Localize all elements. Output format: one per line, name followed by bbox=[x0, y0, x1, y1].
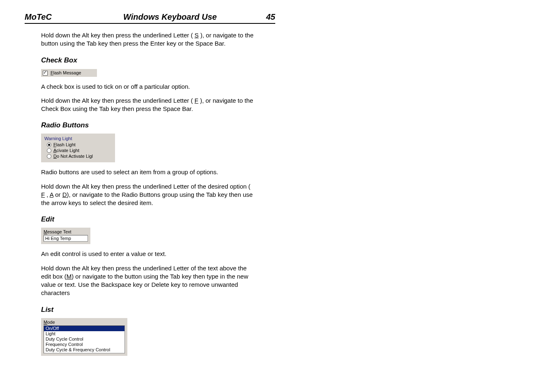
edit-figure: Message Text Hi Eng Temp bbox=[41, 228, 90, 244]
brand: MoTeC bbox=[25, 12, 123, 22]
radio-label: Do Not Activate Ligl bbox=[53, 154, 93, 159]
radio-option[interactable]: Acivate Light bbox=[44, 148, 112, 153]
radio-label: Flash Light bbox=[53, 142, 76, 147]
edit-input[interactable]: Hi Eng Temp bbox=[44, 235, 88, 242]
intro-text: Hold down the Alt key then press the und… bbox=[41, 31, 255, 48]
page-title: Windows Keyboard Use bbox=[123, 12, 258, 22]
list-item[interactable]: On/Off bbox=[44, 326, 124, 331]
radio-input[interactable] bbox=[47, 148, 51, 153]
checkbox-figure: Flash Message bbox=[41, 69, 97, 77]
page-header: MoTeC Windows Keyboard Use 45 bbox=[25, 12, 275, 24]
checkbox-desc: A check box is used to tick on or off a … bbox=[41, 83, 255, 91]
radio-label: Acivate Light bbox=[53, 148, 79, 153]
radio-desc: Radio buttons are used to select an item… bbox=[41, 168, 255, 176]
list-label: Mode bbox=[44, 320, 125, 325]
list-item[interactable]: Light bbox=[44, 331, 124, 337]
list-item[interactable]: Duty Cycle & Frequency Control bbox=[44, 347, 124, 353]
radio-input[interactable] bbox=[47, 154, 51, 159]
list-figure: Mode On/OffLightDuty Cycle ControlFreque… bbox=[41, 318, 127, 356]
checkbox-input[interactable] bbox=[43, 71, 48, 76]
checkbox-label: Flash Message bbox=[51, 70, 81, 75]
radio-input[interactable] bbox=[47, 143, 51, 147]
section-heading-list: List bbox=[41, 306, 275, 314]
edit-desc: An edit control is used to enter a value… bbox=[41, 250, 255, 258]
radio-howto: Hold down the Alt key then press the und… bbox=[41, 182, 255, 208]
radio-option[interactable]: Do Not Activate Ligl bbox=[44, 153, 112, 159]
list-box[interactable]: On/OffLightDuty Cycle ControlFrequency C… bbox=[44, 325, 125, 353]
list-item[interactable]: Frequency Control bbox=[44, 342, 124, 347]
section-heading-edit: Edit bbox=[41, 215, 275, 224]
intro-letter: S bbox=[195, 32, 199, 39]
radio-figure: Warning Light Flash LightAcivate LightDo… bbox=[41, 134, 115, 162]
radio-option[interactable]: Flash Light bbox=[44, 142, 112, 148]
list-item[interactable]: Duty Cycle Control bbox=[44, 337, 124, 342]
edit-howto: Hold down the Alt key then press the und… bbox=[41, 264, 255, 297]
radio-group-title: Warning Light bbox=[44, 136, 112, 141]
section-heading-checkbox: Check Box bbox=[41, 56, 275, 65]
checkbox-howto: Hold down the Alt key then press the und… bbox=[41, 97, 255, 113]
edit-label: Message Text bbox=[44, 229, 88, 234]
section-heading-radio: Radio Buttons bbox=[41, 121, 275, 129]
page-number: 45 bbox=[266, 12, 275, 22]
